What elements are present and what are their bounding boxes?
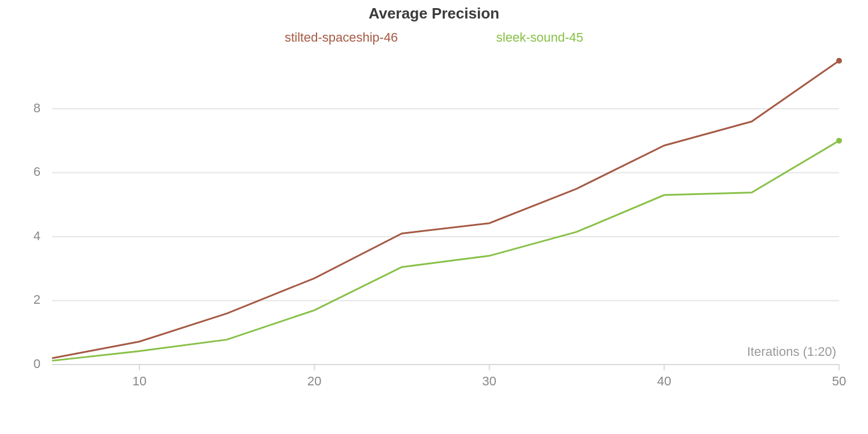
- x-tick-label: 20: [307, 374, 321, 388]
- series-line-1: [52, 141, 839, 361]
- x-tick-label: 30: [482, 374, 496, 388]
- series-line-0: [52, 61, 839, 358]
- x-tick-label: 40: [657, 374, 671, 388]
- chart-plot-area: 102030405002468Iterations (1:20): [41, 58, 851, 382]
- series-end-marker-0: [836, 58, 842, 64]
- y-tick-label: 8: [34, 101, 41, 115]
- chart-legend: stilted-spaceship-46 sleek-sound-45: [0, 30, 868, 45]
- legend-item-0[interactable]: stilted-spaceship-46: [285, 30, 398, 45]
- y-tick-label: 6: [34, 164, 41, 179]
- y-tick-label: 0: [34, 356, 41, 371]
- x-tick-label: 10: [133, 374, 146, 388]
- chart-container: Average Precision stilted-spaceship-46 s…: [0, 0, 868, 434]
- series-end-marker-1: [836, 138, 842, 144]
- y-tick-label: 4: [34, 229, 41, 243]
- chart-title: Average Precision: [0, 5, 868, 23]
- x-tick-label: 50: [832, 374, 846, 388]
- chart-svg: 102030405002468Iterations (1:20): [41, 58, 851, 382]
- x-axis-label: Iterations (1:20): [747, 344, 836, 359]
- y-tick-label: 2: [34, 292, 41, 307]
- legend-item-1[interactable]: sleek-sound-45: [496, 30, 583, 45]
